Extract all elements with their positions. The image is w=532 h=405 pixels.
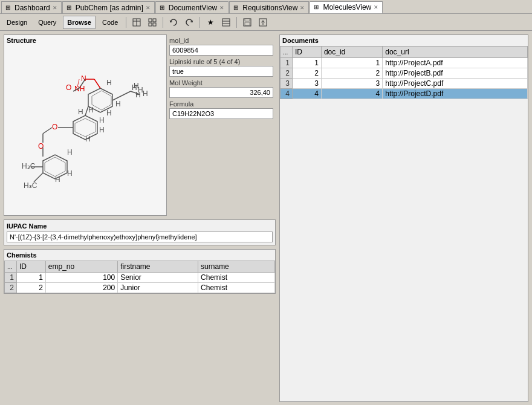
chemists-row2-firstname: Junior bbox=[118, 283, 198, 293]
tab-dashboard-close[interactable]: ✕ bbox=[53, 5, 57, 11]
molecule-svg: N NH O O bbox=[13, 55, 158, 206]
tab-pubchem[interactable]: ⊞ PubChem [as admin] ✕ bbox=[62, 1, 155, 13]
browse-button[interactable]: Browse bbox=[63, 16, 96, 29]
table-row[interactable]: 2 2 200 Junior Chemist bbox=[5, 283, 275, 293]
svg-rect-11 bbox=[245, 19, 250, 21]
svg-line-17 bbox=[112, 91, 131, 100]
svg-text:H: H bbox=[55, 175, 60, 184]
table-row[interactable]: 3 3 3 http://ProjectC.pdf bbox=[281, 79, 528, 89]
mol-id-label: mol_id bbox=[169, 37, 273, 44]
docs-row2-num: 2 bbox=[281, 68, 293, 79]
export-icon bbox=[259, 18, 267, 27]
lipinski-field: Lipinski rule of 5 (4 of 4) true bbox=[169, 58, 273, 77]
svg-rect-5 bbox=[149, 23, 152, 26]
tab-documentview-close[interactable]: ✕ bbox=[219, 5, 224, 11]
chemists-row2-num: 2 bbox=[5, 283, 17, 293]
docs-expand-btn[interactable]: ... bbox=[281, 47, 293, 58]
chemists-table: ... ID emp_no firstname surname 1 1 100 … bbox=[4, 261, 275, 293]
iupac-value: N'-[(1Z)-{3-[2-(3,4-dimethylphenoxy)etho… bbox=[7, 232, 273, 242]
refresh-icon-btn[interactable] bbox=[167, 16, 180, 29]
tab-requisitionsview-label: RequisitionsView bbox=[242, 4, 297, 12]
docs-row2-id: 2 bbox=[293, 68, 322, 79]
tab-dashboard[interactable]: ⊞ Dashboard ✕ bbox=[1, 1, 62, 13]
refresh-icon bbox=[169, 18, 178, 27]
chemists-expand-btn[interactable]: ... bbox=[5, 261, 17, 273]
docs-row3-docurl: http://ProjectC.pdf bbox=[383, 79, 528, 89]
query-button[interactable]: Query bbox=[34, 16, 60, 29]
top-left: Structure N bbox=[4, 34, 276, 216]
table-row[interactable]: 1 1 1 http://ProjectA.pdf bbox=[281, 58, 528, 68]
chemists-section: Chemists ... ID emp_no firstname surname… bbox=[4, 249, 276, 294]
svg-text:H: H bbox=[99, 116, 105, 125]
table-icon bbox=[132, 18, 141, 27]
documents-title: Documents bbox=[280, 35, 528, 46]
svg-text:NH: NH bbox=[74, 85, 85, 93]
moleculesview-icon: ⊞ bbox=[314, 4, 321, 11]
right-panel: Documents ... ID doc_id doc_url 1 1 1 bbox=[279, 34, 528, 402]
iupac-label: IUPAC Name bbox=[7, 222, 273, 230]
docs-row1-docid: 1 bbox=[321, 58, 382, 68]
svg-text:O: O bbox=[66, 83, 71, 92]
tab-documentview[interactable]: ⊞ DocumentView ✕ bbox=[155, 1, 229, 13]
mol-weight-value: 326,40 bbox=[169, 87, 273, 98]
documentview-icon: ⊞ bbox=[160, 4, 167, 11]
svg-text:H: H bbox=[85, 135, 91, 143]
toolbar-sep-3 bbox=[199, 17, 200, 28]
svg-rect-6 bbox=[153, 23, 156, 26]
tab-moleculesview[interactable]: ⊞ MoleculesView ✕ bbox=[310, 1, 383, 13]
chemists-col-id: ID bbox=[17, 261, 46, 273]
chemists-row1-firstname: Senior bbox=[118, 273, 198, 283]
svg-text:H₃C: H₃C bbox=[24, 181, 37, 190]
lipinski-label: Lipinski rule of 5 (4 of 4) bbox=[169, 58, 273, 65]
tab-requisitionsview-close[interactable]: ✕ bbox=[300, 5, 305, 11]
svg-line-19 bbox=[94, 79, 100, 88]
tab-documentview-label: DocumentView bbox=[169, 4, 217, 12]
forward-icon bbox=[185, 18, 193, 27]
save-icon-btn[interactable] bbox=[241, 16, 254, 29]
chemists-title: Chemists bbox=[4, 250, 275, 261]
requisitionsview-icon: ⊞ bbox=[233, 4, 241, 11]
toolbar-sep-4 bbox=[236, 17, 237, 28]
design-button[interactable]: Design bbox=[2, 16, 31, 29]
formula-label: Formula bbox=[169, 100, 273, 108]
tab-requisitionsview[interactable]: ⊞ RequisitionsView ✕ bbox=[229, 1, 309, 13]
docs-row4-id: 4 bbox=[293, 89, 322, 99]
svg-line-32 bbox=[43, 128, 52, 134]
formula-value: C19H22N2O3 bbox=[169, 108, 273, 119]
tab-pubchem-close[interactable]: ✕ bbox=[146, 5, 151, 11]
code-button[interactable]: Code bbox=[98, 16, 122, 29]
chemists-row1-surname: Chemist bbox=[198, 273, 275, 283]
table-row[interactable]: 4 4 4 http://ProjectD.pdf bbox=[281, 89, 528, 99]
grid-icon-btn[interactable] bbox=[146, 16, 159, 29]
documents-table: ... ID doc_id doc_url 1 1 1 http://Proje… bbox=[280, 46, 528, 99]
toolbar-sep-2 bbox=[163, 17, 163, 28]
svg-text:H: H bbox=[78, 108, 83, 116]
docs-row3-num: 3 bbox=[281, 79, 293, 89]
table-icon-btn[interactable] bbox=[130, 16, 143, 29]
svg-text:H₃C: H₃C bbox=[22, 162, 36, 170]
svg-text:H: H bbox=[67, 148, 73, 157]
svg-text:H: H bbox=[106, 109, 112, 117]
save-icon bbox=[243, 18, 251, 27]
pubchem-icon: ⊞ bbox=[66, 4, 74, 11]
tab-dashboard-label: Dashboard bbox=[15, 4, 50, 12]
docs-row3-id: 3 bbox=[293, 79, 322, 89]
svg-marker-37 bbox=[45, 157, 65, 177]
chemists-col-surname: surname bbox=[198, 261, 275, 273]
docs-col-docurl: doc_url bbox=[383, 47, 528, 58]
list-icon-btn[interactable] bbox=[219, 16, 233, 29]
forward-icon-btn[interactable] bbox=[183, 16, 196, 29]
tab-moleculesview-label: MoleculesView bbox=[323, 3, 371, 11]
export-icon-btn[interactable] bbox=[256, 16, 270, 29]
tab-moleculesview-close[interactable]: ✕ bbox=[374, 4, 378, 10]
chemists-row2-empno: 200 bbox=[45, 283, 117, 293]
svg-text:O: O bbox=[52, 123, 57, 131]
star-icon-btn[interactable]: ★ bbox=[204, 16, 217, 29]
docs-row1-num: 1 bbox=[281, 58, 293, 68]
docs-row3-docid: 3 bbox=[321, 79, 382, 89]
table-row[interactable]: 1 1 100 Senior Chemist bbox=[5, 273, 275, 283]
iupac-section: IUPAC Name N'-[(1Z)-{3-[2-(3,4-dimethylp… bbox=[4, 219, 276, 245]
docs-row2-docid: 2 bbox=[321, 68, 382, 79]
svg-text:H: H bbox=[106, 79, 112, 87]
table-row[interactable]: 2 2 2 http://ProjectB.pdf bbox=[281, 68, 528, 79]
